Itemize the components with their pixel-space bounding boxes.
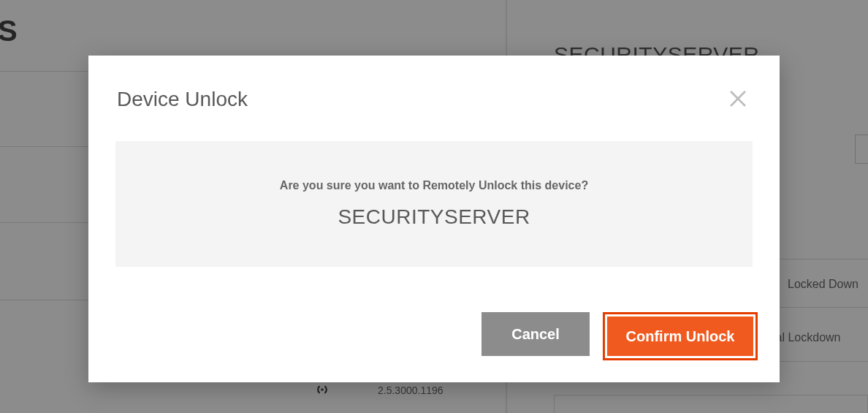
modal-body: Are you sure you want to Remotely Unlock… (115, 141, 753, 267)
device-name: SECURITYSERVER (338, 205, 530, 229)
device-unlock-modal: Device Unlock Are you sure you want to R… (88, 56, 780, 382)
confirm-button-highlight: Confirm Unlock (603, 312, 758, 360)
modal-title: Device Unlock (117, 88, 248, 111)
modal-actions: Cancel Confirm Unlock (481, 312, 758, 360)
confirm-unlock-button[interactable]: Confirm Unlock (607, 317, 753, 356)
cancel-button[interactable]: Cancel (481, 312, 590, 356)
confirmation-question: Are you sure you want to Remotely Unlock… (280, 179, 588, 192)
close-button[interactable] (726, 85, 750, 110)
close-icon (726, 101, 750, 112)
